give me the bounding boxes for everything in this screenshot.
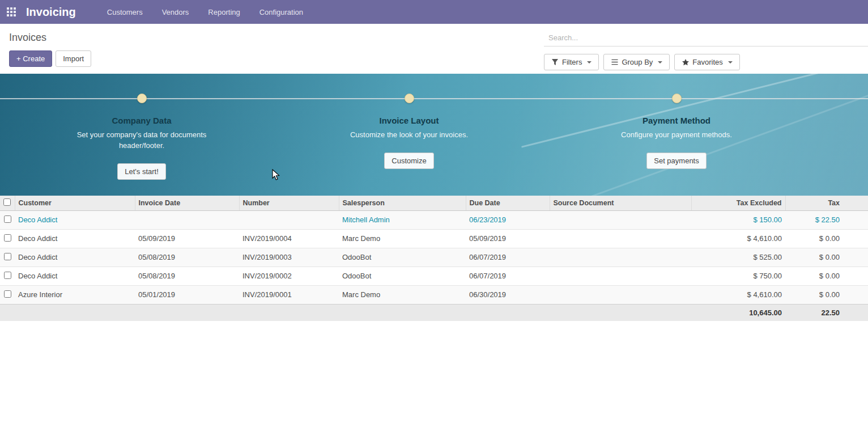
cell-customer: Deco Addict (15, 229, 135, 248)
cell-customer: Deco Addict (15, 210, 135, 229)
cell-due-date: 05/09/2019 (466, 229, 550, 248)
table-header-row: Customer Invoice Date Number Salesperson… (0, 196, 868, 210)
plus-icon: + (16, 54, 21, 63)
cell-invoice-date: 05/01/2019 (135, 285, 239, 304)
column-header-tax-excluded[interactable]: Tax Excluded (691, 196, 785, 210)
caret-down-icon (658, 61, 662, 64)
cell-tax-excluded: $ 525.00 (691, 248, 785, 267)
onboarding-banner: Company Data Set your company's data for… (0, 74, 868, 196)
step-dot-icon (137, 94, 147, 103)
group-by-button[interactable]: Group By (603, 54, 670, 70)
cell-salesperson: Marc Demo (339, 285, 466, 304)
cell-tax: $ 0.00 (785, 267, 868, 285)
cell-due-date: 06/30/2019 (466, 285, 550, 304)
grid-icon (7, 7, 16, 16)
column-header-salesperson[interactable]: Salesperson (339, 196, 466, 210)
cell-due-date: 06/07/2019 (466, 267, 550, 285)
column-header-source-document[interactable]: Source Document (550, 196, 691, 210)
filters-button[interactable]: Filters (544, 54, 599, 70)
step-dot-icon (405, 94, 414, 103)
menu-reporting[interactable]: Reporting (199, 1, 248, 24)
table-row[interactable]: Deco Addict 05/08/2019 INV/2019/0002 Odo… (0, 267, 868, 285)
onboarding-step-invoice-layout: Invoice Layout Customize the look of you… (275, 74, 543, 196)
customize-button[interactable]: Customize (384, 153, 433, 169)
invoice-list-table: Customer Invoice Date Number Salesperson… (0, 196, 868, 321)
apps-menu-icon[interactable] (0, 0, 23, 24)
cell-invoice-date: 05/09/2019 (135, 229, 239, 248)
caret-down-icon (587, 61, 592, 64)
import-button[interactable]: Import (56, 50, 91, 67)
cell-customer: Deco Addict (15, 248, 135, 267)
step-description: Configure your payment methods. (611, 129, 742, 140)
step-description: Set your company's data for documents he… (76, 129, 207, 151)
menu-configuration[interactable]: Configuration (251, 1, 312, 24)
cell-tax-excluded: $ 4,610.00 (691, 229, 785, 248)
cell-number: INV/2019/0001 (239, 285, 339, 304)
filter-funnel-icon (551, 58, 559, 66)
cell-due-date: 06/23/2019 (466, 210, 550, 229)
cell-due-date: 06/07/2019 (466, 248, 550, 267)
cell-source-document (550, 229, 691, 248)
tax-total: 22.50 (785, 304, 868, 321)
table-row[interactable]: Deco Addict Mitchell Admin 06/23/2019 $ … (0, 210, 868, 229)
cell-invoice-date: 05/08/2019 (135, 267, 239, 285)
cell-source-document (550, 267, 691, 285)
row-checkbox[interactable] (4, 290, 11, 298)
set-payments-button[interactable]: Set payments (646, 153, 707, 169)
cell-source-document (550, 210, 691, 229)
row-checkbox[interactable] (4, 253, 11, 260)
cell-salesperson: OdooBot (339, 267, 466, 285)
app-title: Invoicing (26, 6, 76, 19)
column-header-invoice-date[interactable]: Invoice Date (135, 196, 239, 210)
favorites-button[interactable]: Favorites (674, 54, 739, 70)
caret-down-icon (728, 61, 733, 64)
menu-customers[interactable]: Customers (99, 1, 151, 24)
cell-tax: $ 0.00 (785, 229, 868, 248)
row-checkbox[interactable] (4, 234, 11, 242)
column-header-tax[interactable]: Tax (785, 196, 868, 210)
cell-tax: $ 0.00 (785, 285, 868, 304)
cell-tax: $ 22.50 (785, 210, 868, 229)
cell-number: INV/2019/0002 (239, 267, 339, 285)
menu-vendors[interactable]: Vendors (154, 1, 198, 24)
row-checkbox[interactable] (4, 272, 11, 279)
cell-salesperson: Marc Demo (339, 229, 466, 248)
main-menu: Customers Vendors Reporting Configuratio… (99, 1, 312, 24)
cell-customer: Azure Interior (15, 285, 135, 304)
row-checkbox[interactable] (4, 215, 11, 223)
column-header-customer[interactable]: Customer (15, 196, 135, 210)
select-all-checkbox[interactable] (3, 198, 11, 206)
cell-number (239, 210, 339, 229)
cell-invoice-date (135, 210, 239, 229)
step-title: Payment Method (643, 116, 710, 125)
cell-number: INV/2019/0003 (239, 248, 339, 267)
create-button[interactable]: + Create (9, 50, 52, 67)
cell-tax-excluded: $ 150.00 (691, 210, 785, 229)
cell-tax-excluded: $ 4,610.00 (691, 285, 785, 304)
top-navbar: Invoicing Customers Vendors Reporting Co… (0, 0, 868, 24)
onboarding-step-payment-method: Payment Method Configure your payment me… (543, 74, 810, 196)
control-panel: Invoices + Create Import Filters Group B… (0, 24, 868, 74)
table-row[interactable]: Deco Addict 05/09/2019 INV/2019/0004 Mar… (0, 229, 868, 248)
cell-tax-excluded: $ 750.00 (691, 267, 785, 285)
search-input[interactable] (544, 29, 868, 46)
cell-invoice-date: 05/08/2019 (135, 248, 239, 267)
step-title: Company Data (112, 116, 171, 125)
column-header-number[interactable]: Number (239, 196, 339, 210)
lets-start-button[interactable]: Let's start! (117, 163, 166, 180)
cell-source-document (550, 285, 691, 304)
onboarding-step-company-data: Company Data Set your company's data for… (8, 74, 275, 196)
cell-customer: Deco Addict (15, 267, 135, 285)
star-icon (682, 58, 689, 66)
table-row[interactable]: Azure Interior 05/01/2019 INV/2019/0001 … (0, 285, 868, 304)
table-footer-row: 10,645.00 22.50 (0, 304, 868, 321)
group-by-bars-icon (611, 58, 618, 66)
breadcrumb: Invoices (9, 32, 91, 44)
cell-source-document (550, 248, 691, 267)
column-header-due-date[interactable]: Due Date (466, 196, 550, 210)
step-dot-icon (672, 94, 682, 103)
tax-excluded-total: 10,645.00 (691, 304, 785, 321)
cell-number: INV/2019/0004 (239, 229, 339, 248)
table-row[interactable]: Deco Addict 05/08/2019 INV/2019/0003 Odo… (0, 248, 868, 267)
cell-tax: $ 0.00 (785, 248, 868, 267)
